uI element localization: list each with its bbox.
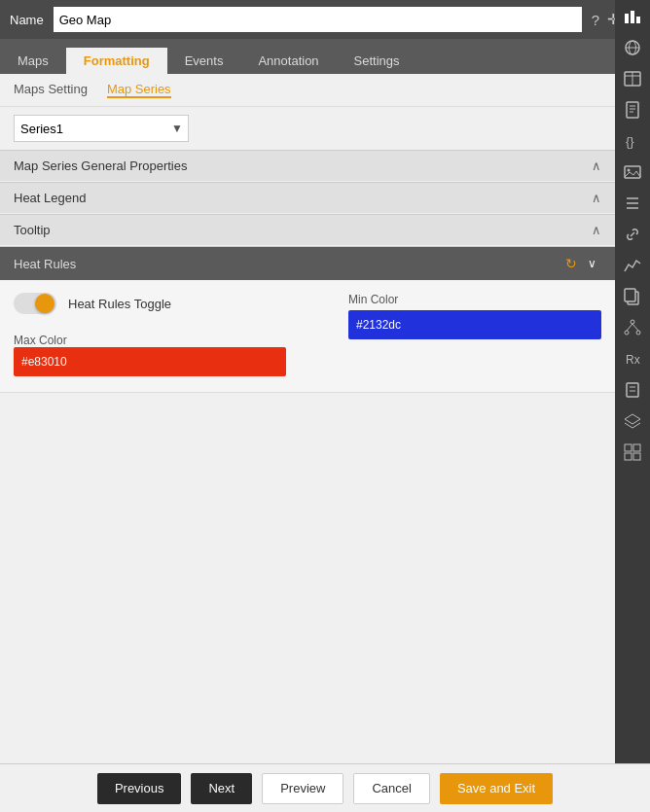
help-icon[interactable]: ? (592, 12, 599, 28)
section-map-series-general[interactable]: Map Series General Properties ∧ (0, 150, 615, 181)
svg-rect-27 (627, 383, 638, 397)
max-color-section: Max Color #e83010 (14, 334, 329, 376)
svg-rect-32 (633, 444, 640, 451)
heat-rules-toggle[interactable] (14, 293, 56, 314)
section-map-series-general-label: Map Series General Properties (14, 159, 187, 173)
min-color-section: Min Color #2132dc (348, 293, 601, 339)
right-panel-icon-doc[interactable] (617, 95, 648, 124)
tab-settings[interactable]: Settings (337, 48, 417, 74)
section-tooltip-icons: ∧ (592, 223, 601, 237)
main-area: Maps Formatting Events Annotation Settin… (0, 39, 615, 763)
right-panel-icon-table[interactable] (617, 64, 648, 93)
svg-text:{}: {} (626, 134, 634, 149)
tab-formatting[interactable]: Formatting (66, 48, 167, 74)
right-panel-icon-grid[interactable] (617, 438, 648, 467)
chevron-up-icon-heat-legend[interactable]: ∧ (592, 191, 601, 205)
svg-line-24 (627, 324, 632, 331)
svg-rect-31 (625, 444, 632, 451)
top-bar: Name ? ✛ ✕ (0, 0, 650, 39)
section-map-series-general-icons: ∧ (592, 159, 601, 173)
right-panel-icon-rx[interactable]: Rx (617, 344, 648, 373)
max-color-value: #e83010 (21, 355, 67, 369)
refresh-icon-heat-rules[interactable]: ↻ (565, 256, 577, 271)
name-label: Name (10, 13, 44, 27)
right-panel-icon-image[interactable] (617, 158, 648, 187)
series-dropdown-wrapper[interactable]: Series1 Series2 ▼ (14, 115, 189, 142)
svg-rect-0 (625, 14, 629, 23)
tab-maps[interactable]: Maps (0, 48, 66, 74)
heat-rules-toggle-label: Heat Rules Toggle (68, 297, 171, 311)
svg-point-15 (628, 169, 631, 172)
chevron-down-icon-heat-rules[interactable]: ∨ (583, 255, 601, 272)
save-exit-button[interactable]: Save and Exit (440, 773, 553, 804)
tab-bar: Maps Formatting Events Annotation Settin… (0, 39, 615, 74)
series-dropdown[interactable]: Series1 Series2 (14, 115, 189, 142)
right-panel-icon-link[interactable] (617, 220, 648, 249)
heat-rules-content: Heat Rules Toggle Max Color #e83010 Min … (0, 281, 615, 393)
right-panel-icon-layers[interactable] (617, 406, 648, 436)
min-color-box[interactable]: #2132dc (348, 310, 601, 339)
svg-rect-34 (633, 453, 640, 460)
svg-rect-33 (625, 453, 632, 460)
right-panel-icon-brace[interactable]: {} (617, 126, 648, 156)
cancel-button[interactable]: Cancel (353, 773, 429, 804)
section-heat-legend-icons: ∧ (592, 191, 601, 205)
section-tooltip-label: Tooltip (14, 223, 51, 237)
right-panel: {} (615, 0, 650, 812)
svg-marker-30 (625, 414, 640, 424)
svg-point-21 (631, 320, 634, 324)
previous-button[interactable]: Previous (97, 773, 182, 804)
right-panel-icon-copy[interactable] (617, 282, 648, 311)
toggle-thumb (35, 294, 54, 313)
svg-rect-20 (625, 289, 635, 301)
max-color-box[interactable]: #e83010 (14, 347, 286, 376)
svg-line-25 (632, 324, 638, 331)
svg-text:Rx: Rx (626, 353, 640, 367)
svg-rect-9 (627, 102, 638, 118)
svg-point-22 (625, 331, 629, 335)
min-color-value: #2132dc (356, 318, 401, 332)
dropdown-row: Series1 Series2 ▼ (0, 107, 615, 150)
subnav-maps-setting[interactable]: Maps Setting (14, 82, 88, 98)
section-heat-rules-label: Heat Rules (14, 257, 76, 271)
subnav-map-series[interactable]: Map Series (107, 82, 171, 98)
bottom-bar: Previous Next Preview Cancel Save and Ex… (0, 763, 650, 812)
toggle-track (14, 293, 56, 314)
heat-rules-toggle-row: Heat Rules Toggle (14, 293, 329, 314)
min-color-label: Min Color (348, 293, 601, 306)
section-heat-rules-icons: ↻ ∨ (565, 255, 601, 272)
svg-rect-14 (625, 166, 640, 178)
sub-nav: Maps Setting Map Series (0, 74, 615, 107)
section-heat-legend-label: Heat Legend (14, 191, 86, 205)
section-heat-rules[interactable]: Heat Rules ↻ ∨ (0, 246, 615, 280)
right-panel-icon-doc2[interactable] (617, 375, 648, 405)
svg-point-23 (636, 331, 640, 335)
chevron-up-icon-tooltip[interactable]: ∧ (592, 223, 601, 237)
right-panel-icon-list[interactable] (617, 189, 648, 218)
name-input[interactable] (54, 7, 582, 32)
next-button[interactable]: Next (191, 773, 252, 804)
tab-annotation[interactable]: Annotation (240, 48, 336, 74)
right-panel-icon-geo[interactable] (617, 33, 648, 62)
right-panel-icon-nodes[interactable] (617, 313, 648, 342)
svg-rect-2 (636, 17, 640, 23)
section-tooltip[interactable]: Tooltip ∧ (0, 214, 615, 245)
svg-rect-1 (631, 11, 634, 23)
chevron-up-icon-general[interactable]: ∧ (592, 159, 601, 173)
section-heat-legend[interactable]: Heat Legend ∧ (0, 182, 615, 213)
right-panel-icon-bar[interactable] (617, 2, 648, 31)
preview-button[interactable]: Preview (262, 773, 343, 804)
max-color-label: Max Color (14, 334, 329, 347)
right-panel-icon-chart2[interactable] (617, 251, 648, 280)
tab-events[interactable]: Events (167, 48, 241, 74)
